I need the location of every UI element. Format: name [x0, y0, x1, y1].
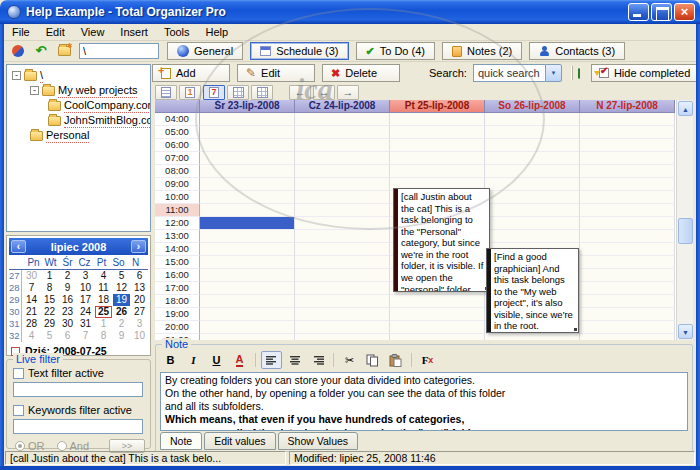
tab-general[interactable]: General: [167, 42, 243, 60]
schedule-cell[interactable]: [295, 217, 390, 230]
bold-button[interactable]: [160, 351, 181, 369]
or-radio[interactable]: [15, 441, 25, 451]
menu-item-file[interactable]: File: [4, 25, 38, 39]
note-editor[interactable]: By creating folders you can store your d…: [160, 372, 688, 431]
schedule-cell[interactable]: [200, 321, 295, 334]
schedule-cell[interactable]: [580, 243, 675, 256]
day-view-button[interactable]: [155, 85, 177, 100]
calendar-day[interactable]: 10: [77, 282, 94, 294]
schedule-cell[interactable]: [580, 256, 675, 269]
schedule-cell[interactable]: [485, 230, 580, 243]
schedule-cell[interactable]: [580, 217, 675, 230]
tree-expander-icon[interactable]: -: [12, 71, 21, 80]
italic-button[interactable]: [183, 351, 204, 369]
tab-schedule-3[interactable]: Schedule (3): [250, 42, 348, 60]
search-combo[interactable]: quick search: [473, 64, 562, 82]
scroll-up-button[interactable]: [678, 101, 693, 116]
tree-expander-icon[interactable]: -: [30, 86, 39, 95]
calendar-day[interactable]: 9: [59, 282, 76, 294]
calendar-day[interactable]: 30: [59, 318, 76, 330]
and-radio[interactable]: [57, 441, 67, 451]
menu-item-tools[interactable]: Tools: [156, 25, 198, 39]
font-color-button[interactable]: [229, 351, 250, 369]
schedule-cell[interactable]: [580, 204, 675, 217]
align-right-button[interactable]: [307, 351, 328, 369]
schedule-cell[interactable]: [580, 295, 675, 308]
schedule-cell[interactable]: [295, 256, 390, 269]
calendar-day[interactable]: 10: [131, 330, 148, 342]
prev-month-button[interactable]: [11, 240, 26, 253]
schedule-cell[interactable]: [485, 113, 580, 126]
tree-item-[interactable]: -\: [7, 68, 150, 83]
schedule-cell[interactable]: [485, 178, 580, 191]
schedule-cell[interactable]: [580, 113, 675, 126]
schedule-cell[interactable]: [295, 165, 390, 178]
clear-format-button[interactable]: Fx: [417, 351, 438, 369]
calendar-day[interactable]: 23: [59, 306, 76, 318]
calendar-day[interactable]: 5: [41, 330, 58, 342]
calendar-day[interactable]: 8: [41, 282, 58, 294]
calendar-day[interactable]: 27: [131, 306, 148, 318]
calendar-day[interactable]: 19: [113, 294, 130, 306]
keywords-filter-checkbox[interactable]: [13, 405, 24, 416]
schedule-cell[interactable]: [295, 178, 390, 191]
text-filter-input[interactable]: [13, 382, 143, 397]
vertical-scrollbar[interactable]: [676, 100, 693, 340]
calendar-day[interactable]: 1: [41, 270, 58, 282]
schedule-cell[interactable]: [200, 334, 295, 340]
edit-button[interactable]: Edit: [237, 64, 315, 82]
schedule-cell[interactable]: [580, 152, 675, 165]
grid-view-button[interactable]: [251, 85, 273, 100]
prev-button[interactable]: [289, 85, 311, 100]
calendar-day[interactable]: 28: [23, 318, 40, 330]
schedule-cell[interactable]: [295, 334, 390, 340]
schedule-cell[interactable]: [390, 295, 485, 308]
copy-button[interactable]: [362, 351, 383, 369]
schedule-cell[interactable]: [200, 230, 295, 243]
schedule-cell[interactable]: [485, 139, 580, 152]
new-folder-button[interactable]: [54, 42, 74, 60]
next-button[interactable]: [337, 85, 359, 100]
schedule-cell[interactable]: [390, 165, 485, 178]
calendar-day[interactable]: 6: [59, 330, 76, 342]
align-left-button[interactable]: [261, 351, 282, 369]
schedule-cell[interactable]: [295, 126, 390, 139]
sticky-note[interactable]: [call Justin about the cat] This is a ta…: [393, 188, 490, 292]
close-button[interactable]: [674, 3, 695, 21]
schedule-cell[interactable]: [200, 178, 295, 191]
calendar-day[interactable]: 31: [77, 318, 94, 330]
underline-button[interactable]: [206, 351, 227, 369]
schedule-cell[interactable]: [295, 243, 390, 256]
calendar-day[interactable]: 20: [131, 294, 148, 306]
scroll-down-button[interactable]: [678, 324, 693, 339]
schedule-cell[interactable]: [200, 139, 295, 152]
workweek-view-button[interactable]: [179, 85, 201, 100]
hide-completed-button[interactable]: Hide completed: [591, 64, 698, 82]
day-header-r-23-lip-2008[interactable]: Śr 23-lip-2008: [200, 100, 295, 113]
schedule-cell[interactable]: [390, 321, 485, 334]
calendar-day[interactable]: 15: [41, 294, 58, 306]
schedule-cell[interactable]: [295, 139, 390, 152]
schedule-cell[interactable]: [295, 191, 390, 204]
keywords-filter-input[interactable]: [13, 419, 143, 434]
schedule-cell[interactable]: [580, 126, 675, 139]
calendar-day[interactable]: 2: [113, 318, 130, 330]
calendar-day[interactable]: 5: [113, 270, 130, 282]
calendar-day[interactable]: 22: [41, 306, 58, 318]
schedule-cell[interactable]: [200, 243, 295, 256]
schedule-cell[interactable]: [390, 308, 485, 321]
calendar-day[interactable]: 6: [131, 270, 148, 282]
schedule-cell[interactable]: [200, 113, 295, 126]
calendar-day[interactable]: 24: [77, 306, 94, 318]
menu-item-insert[interactable]: Insert: [112, 25, 156, 39]
schedule-cell[interactable]: [485, 165, 580, 178]
cut-button[interactable]: [339, 351, 360, 369]
calendar-day[interactable]: 26: [113, 306, 130, 318]
tree-item-johnsmithblog-com[interactable]: JohnSmithBlog.com: [7, 113, 150, 128]
schedule-cell[interactable]: [390, 113, 485, 126]
tab-notes-2[interactable]: Notes (2): [442, 42, 522, 60]
tab-show-values[interactable]: Show Values: [278, 432, 359, 450]
text-filter-checkbox[interactable]: [13, 368, 24, 379]
day-header-so-26-lip-2008[interactable]: So 26-lip-2008: [485, 100, 580, 113]
menu-item-edit[interactable]: Edit: [38, 25, 73, 39]
